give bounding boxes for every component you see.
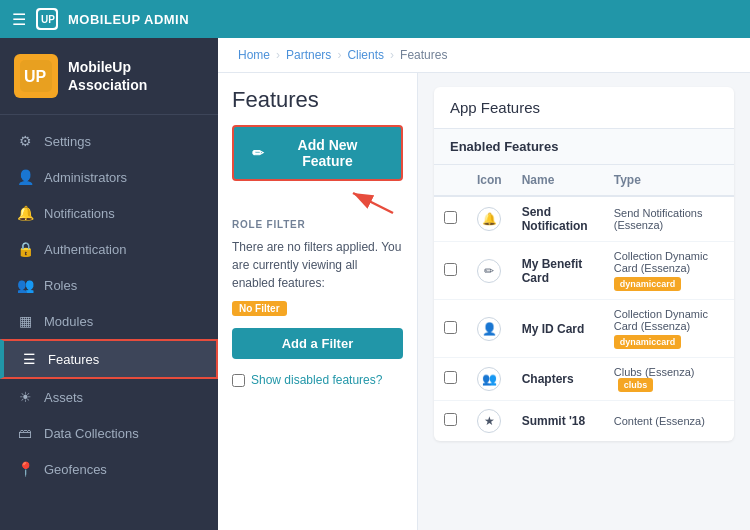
sidebar-item-label: Assets xyxy=(44,390,83,405)
content-body: Features ✏ Add New Feature xyxy=(218,73,750,530)
breadcrumb: Home › Partners › Clients › Features xyxy=(218,38,750,73)
row-icon-cell: 👤 xyxy=(467,300,512,358)
svg-text:UP: UP xyxy=(24,68,47,85)
add-new-feature-button[interactable]: ✏ Add New Feature xyxy=(232,125,403,181)
sidebar-nav: ⚙ Settings 👤 Administrators 🔔 Notificati… xyxy=(0,115,218,495)
row-checkbox[interactable] xyxy=(444,413,457,426)
sidebar-item-label: Geofences xyxy=(44,462,107,477)
admin-icon: 👤 xyxy=(16,169,34,185)
row-icon-cell: ★ xyxy=(467,401,512,442)
add-feature-label: Add New Feature xyxy=(272,137,383,169)
sidebar: UP MobileUpAssociation ⚙ Settings 👤 Admi… xyxy=(0,38,218,530)
sidebar-item-notifications[interactable]: 🔔 Notifications xyxy=(0,195,218,231)
clubs-badge: clubs xyxy=(618,378,654,392)
sidebar-item-label: Features xyxy=(48,352,99,367)
sidebar-item-roles[interactable]: 👥 Roles xyxy=(0,267,218,303)
row-name-cell: Send Notification xyxy=(512,196,604,242)
row-name-cell: My Benefit Card xyxy=(512,242,604,300)
sidebar-item-authentication[interactable]: 🔒 Authentication xyxy=(0,231,218,267)
table-row[interactable]: 🔔Send NotificationSend Notifications (Es… xyxy=(434,196,734,242)
sidebar-item-label: Authentication xyxy=(44,242,126,257)
show-disabled-label[interactable]: Show disabled features? xyxy=(232,373,403,387)
sidebar-logo: UP MobileUpAssociation xyxy=(0,38,218,115)
role-filter-label: ROLE FILTER xyxy=(232,219,403,230)
row-icon: 👤 xyxy=(477,317,501,341)
row-name-cell: Chapters xyxy=(512,358,604,401)
breadcrumb-sep-3: › xyxy=(390,48,394,62)
row-icon: ★ xyxy=(477,409,501,433)
sidebar-item-data-collections[interactable]: 🗃 Data Collections xyxy=(0,415,218,451)
app-features-header: App Features xyxy=(434,87,734,129)
row-icon: 👥 xyxy=(477,367,501,391)
sidebar-item-administrators[interactable]: 👤 Administrators xyxy=(0,159,218,195)
dynamiccard-badge: dynamiccard xyxy=(614,335,682,349)
right-panel: App Features Enabled Features Icon Name … xyxy=(418,73,750,530)
table-row[interactable]: ★Summit '18Content (Essenza) xyxy=(434,401,734,442)
sidebar-item-label: Data Collections xyxy=(44,426,139,441)
col-check xyxy=(434,165,467,196)
row-name-cell: Summit '18 xyxy=(512,401,604,442)
row-checkbox-cell xyxy=(434,300,467,358)
row-checkbox[interactable] xyxy=(444,211,457,224)
settings-icon: ⚙ xyxy=(16,133,34,149)
row-checkbox[interactable] xyxy=(444,321,457,334)
page-title: Features xyxy=(232,87,403,113)
filter-description: There are no filters applied. You are cu… xyxy=(232,238,403,292)
sidebar-item-assets[interactable]: ☀ Assets xyxy=(0,379,218,415)
geofences-icon: 📍 xyxy=(16,461,34,477)
row-type-cell: Content (Essenza) xyxy=(604,401,734,442)
features-main: App Features Enabled Features Icon Name … xyxy=(418,73,750,530)
row-type-cell: Collection Dynamic Card (Essenza)dynamic… xyxy=(604,242,734,300)
row-checkbox-cell xyxy=(434,401,467,442)
main-layout: UP MobileUpAssociation ⚙ Settings 👤 Admi… xyxy=(0,38,750,530)
row-icon: ✏ xyxy=(477,259,501,283)
sidebar-item-label: Notifications xyxy=(44,206,115,221)
col-name: Name xyxy=(512,165,604,196)
svg-text:UP: UP xyxy=(41,14,55,25)
breadcrumb-sep-1: › xyxy=(276,48,280,62)
table-row[interactable]: 👤My ID CardCollection Dynamic Card (Esse… xyxy=(434,300,734,358)
assets-icon: ☀ xyxy=(16,389,34,405)
col-type: Type xyxy=(604,165,734,196)
features-table: Icon Name Type 🔔Send NotificationSend No… xyxy=(434,165,734,441)
row-type-cell: Clubs (Essenza)clubs xyxy=(604,358,734,401)
row-checkbox[interactable] xyxy=(444,263,457,276)
pencil-icon: ✏ xyxy=(252,145,264,161)
hamburger-icon[interactable]: ☰ xyxy=(12,10,26,29)
row-icon-cell: ✏ xyxy=(467,242,512,300)
svg-line-5 xyxy=(353,193,393,213)
sidebar-item-label: Roles xyxy=(44,278,77,293)
breadcrumb-sep-2: › xyxy=(337,48,341,62)
roles-icon: 👥 xyxy=(16,277,34,293)
table-row[interactable]: 👥ChaptersClubs (Essenza)clubs xyxy=(434,358,734,401)
breadcrumb-features: Features xyxy=(400,48,447,62)
row-checkbox[interactable] xyxy=(444,371,457,384)
sidebar-item-label: Settings xyxy=(44,134,91,149)
app-features-card: App Features Enabled Features Icon Name … xyxy=(434,87,734,441)
enabled-features-header: Enabled Features xyxy=(434,129,734,165)
row-icon: 🔔 xyxy=(477,207,501,231)
sidebar-item-modules[interactable]: ▦ Modules xyxy=(0,303,218,339)
breadcrumb-home[interactable]: Home xyxy=(238,48,270,62)
annotation-arrow-1 xyxy=(343,185,403,215)
topbar-logo-icon: UP xyxy=(36,8,58,30)
sidebar-item-geofences[interactable]: 📍 Geofences xyxy=(0,451,218,487)
breadcrumb-clients[interactable]: Clients xyxy=(347,48,384,62)
breadcrumb-partners[interactable]: Partners xyxy=(286,48,331,62)
logo-box: UP xyxy=(14,54,58,98)
sidebar-item-label: Administrators xyxy=(44,170,127,185)
add-filter-button[interactable]: Add a Filter xyxy=(232,328,403,359)
database-icon: 🗃 xyxy=(16,425,34,441)
lock-icon: 🔒 xyxy=(16,241,34,257)
sidebar-item-settings[interactable]: ⚙ Settings xyxy=(0,123,218,159)
no-filter-badge: No Filter xyxy=(232,301,287,316)
sidebar-item-features[interactable]: ☰ Features xyxy=(0,339,218,379)
topbar-title: MOBILEUP ADMIN xyxy=(68,12,189,27)
content-area: Home › Partners › Clients › Features Fea… xyxy=(218,38,750,530)
table-row[interactable]: ✏My Benefit CardCollection Dynamic Card … xyxy=(434,242,734,300)
show-disabled-checkbox[interactable] xyxy=(232,374,245,387)
left-panel: Features ✏ Add New Feature xyxy=(218,73,418,530)
row-checkbox-cell xyxy=(434,358,467,401)
features-icon: ☰ xyxy=(20,351,38,367)
row-icon-cell: 🔔 xyxy=(467,196,512,242)
